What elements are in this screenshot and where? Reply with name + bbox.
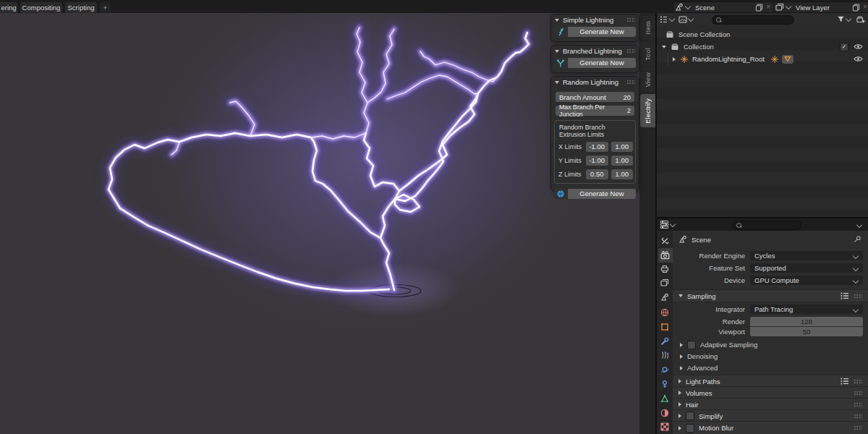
tab-particles[interactable] bbox=[659, 349, 671, 361]
drag-grip-icon[interactable] bbox=[854, 294, 862, 299]
collection-checkbox[interactable]: ✓ bbox=[840, 43, 848, 51]
branch-amount-field[interactable]: Branch Amount 20 bbox=[556, 92, 634, 102]
generate-new-button[interactable]: Generate New bbox=[567, 27, 636, 37]
chevron-down-icon bbox=[685, 4, 691, 9]
search-icon bbox=[716, 17, 721, 22]
editor-type-dropdown[interactable] bbox=[660, 220, 676, 229]
panel-header[interactable]: Simple Lightning bbox=[551, 14, 639, 25]
editor-divider-horizontal[interactable] bbox=[657, 217, 868, 218]
device-select[interactable]: GPU Compute bbox=[750, 276, 863, 285]
tab-physics[interactable] bbox=[659, 364, 671, 375]
render-samples-field[interactable]: 128 bbox=[750, 317, 863, 326]
tab-tool[interactable] bbox=[659, 235, 671, 247]
tab-object-data[interactable] bbox=[659, 393, 671, 404]
workspace-tab-rendering[interactable]: ering bbox=[0, 2, 17, 13]
eye-icon[interactable] bbox=[854, 56, 863, 62]
sidebar-tab-electrify[interactable]: Electrify bbox=[640, 94, 655, 127]
panel-header[interactable]: Random Lightning bbox=[551, 77, 639, 88]
sidebar-tab-item[interactable]: Item bbox=[640, 16, 655, 40]
section-label: Sampling bbox=[687, 292, 716, 300]
chevron-down-icon bbox=[688, 15, 694, 21]
workspace-tab-scripting[interactable]: Scripting bbox=[65, 2, 97, 13]
tab-texture[interactable] bbox=[659, 421, 671, 433]
scene-selector[interactable]: Scene × bbox=[673, 1, 774, 13]
selected-value: Path Tracing bbox=[754, 305, 793, 313]
new-collection-icon bbox=[856, 15, 865, 24]
new-collection-button[interactable] bbox=[856, 14, 865, 24]
expand-caret-icon[interactable] bbox=[673, 57, 676, 61]
tab-world[interactable] bbox=[659, 307, 671, 318]
duplicate-icon[interactable] bbox=[852, 4, 860, 12]
motion-blur-panel-header[interactable]: Motion Blur bbox=[673, 421, 868, 434]
max-branch-per-junction-field[interactable]: Max Branch Per Junction 2 bbox=[556, 106, 634, 116]
adaptive-sampling-checkbox[interactable] bbox=[687, 341, 696, 349]
motion-blur-checkbox[interactable] bbox=[686, 424, 694, 433]
wrench-icon bbox=[660, 337, 669, 346]
tab-render[interactable] bbox=[659, 250, 671, 261]
y-limit-min-field[interactable]: -1.00 bbox=[586, 156, 608, 166]
section-label: Volumes bbox=[686, 389, 712, 397]
duplicate-icon[interactable] bbox=[755, 4, 763, 12]
outliner-search-input[interactable] bbox=[712, 15, 794, 25]
drag-grip-icon[interactable] bbox=[854, 391, 862, 396]
editor-divider-vertical[interactable] bbox=[655, 13, 657, 434]
y-limit-max-field[interactable]: 1.00 bbox=[611, 156, 634, 166]
generate-new-button[interactable]: Generate New bbox=[567, 58, 636, 68]
tab-view-layer[interactable] bbox=[659, 277, 671, 289]
empty-data-badge[interactable] bbox=[782, 55, 793, 64]
presets-list-icon[interactable] bbox=[841, 292, 849, 299]
drag-grip-icon[interactable] bbox=[854, 402, 862, 407]
tab-modifiers[interactable] bbox=[659, 336, 671, 347]
material-icon bbox=[660, 409, 669, 417]
feature-set-select[interactable]: Supported bbox=[750, 263, 863, 273]
outliner-row-randomlightning-root[interactable]: RandomLightning_Root bbox=[657, 53, 868, 65]
drag-grip-icon[interactable] bbox=[626, 80, 635, 85]
integrator-select[interactable]: Path Tracing bbox=[750, 305, 863, 314]
advanced-subpanel[interactable]: Advanced bbox=[673, 362, 868, 373]
eye-icon[interactable] bbox=[854, 43, 863, 50]
row-label: Scene Collection bbox=[678, 30, 730, 38]
section-label: Hair bbox=[686, 401, 698, 409]
expand-caret-icon[interactable] bbox=[662, 46, 666, 48]
properties-search-input[interactable] bbox=[732, 221, 801, 230]
drag-grip-icon[interactable] bbox=[854, 379, 862, 384]
render-engine-select[interactable]: Cycles bbox=[750, 251, 863, 260]
tab-object[interactable] bbox=[659, 321, 671, 333]
add-workspace-button[interactable]: + bbox=[100, 2, 111, 13]
panel-title: Simple Lightning bbox=[563, 16, 613, 24]
tab-material[interactable] bbox=[659, 407, 671, 419]
outliner-row-collection[interactable]: Collection ✓ bbox=[657, 41, 868, 53]
chevron-down-icon[interactable] bbox=[856, 222, 862, 228]
viewport-samples-field[interactable]: 50 bbox=[750, 327, 863, 336]
simplify-checkbox[interactable] bbox=[686, 412, 694, 420]
tab-output[interactable] bbox=[659, 263, 671, 275]
denoising-subpanel[interactable]: Denoising bbox=[673, 351, 868, 362]
outliner-row-scene-collection[interactable]: Scene Collection bbox=[657, 28, 868, 41]
pin-icon[interactable] bbox=[854, 235, 861, 243]
tab-constraints[interactable] bbox=[659, 378, 671, 390]
tab-scene[interactable] bbox=[659, 292, 671, 303]
close-icon[interactable]: × bbox=[765, 3, 772, 12]
x-limit-max-field[interactable]: 1.00 bbox=[611, 142, 634, 152]
z-limit-max-field[interactable]: 1.00 bbox=[611, 169, 634, 179]
generate-new-button[interactable]: Generate New bbox=[567, 189, 636, 199]
drag-grip-icon[interactable] bbox=[854, 425, 862, 430]
filter-type-dropdown[interactable] bbox=[678, 14, 694, 24]
collapse-caret-icon bbox=[555, 50, 559, 53]
x-limit-min-field[interactable]: -1.00 bbox=[586, 142, 608, 152]
panel-header[interactable]: Branched Lightning bbox=[551, 46, 639, 56]
adaptive-sampling-subpanel[interactable]: Adaptive Sampling bbox=[673, 339, 868, 350]
presets-list-icon[interactable] bbox=[841, 378, 849, 385]
display-mode-dropdown[interactable] bbox=[660, 14, 676, 24]
drag-grip-icon[interactable] bbox=[626, 48, 635, 54]
workspace-tab-compositing[interactable]: Compositing bbox=[20, 2, 62, 13]
filter-dropdown[interactable] bbox=[837, 14, 852, 24]
close-icon[interactable]: × bbox=[861, 3, 868, 12]
drag-grip-icon[interactable] bbox=[626, 17, 635, 22]
sampling-panel-header[interactable]: Sampling bbox=[673, 289, 868, 302]
view-layer-selector[interactable]: View Layer × bbox=[773, 1, 868, 13]
sidebar-tab-tool[interactable]: Tool bbox=[640, 42, 655, 66]
drag-grip-icon[interactable] bbox=[854, 414, 862, 419]
sidebar-tab-view[interactable]: View bbox=[640, 68, 655, 92]
z-limit-min-field[interactable]: 0.50 bbox=[586, 169, 608, 179]
